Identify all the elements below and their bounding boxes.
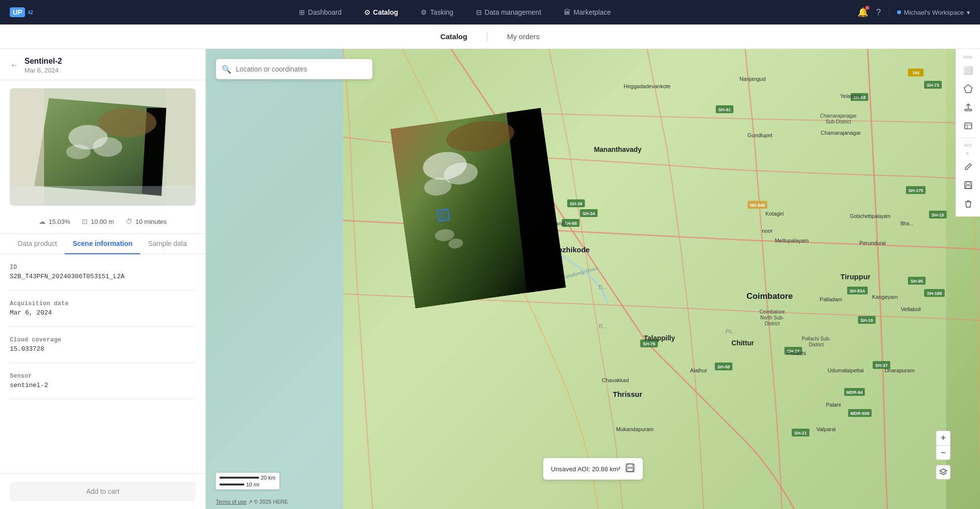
map-svg: Kaladundy River SH-81 NH-948 SH-38 SH-34… [206, 49, 980, 509]
svg-text:Dharapuram: Dharapuram [884, 367, 914, 373]
svg-text:Gundlupet: Gundlupet [748, 132, 773, 138]
svg-text:Talappilly: Talappilly [644, 334, 675, 342]
save-aoi-button[interactable] [959, 176, 977, 194]
view-button[interactable] [959, 117, 977, 135]
satellite-date: Mar 6, 2024 [25, 67, 62, 74]
resolution-stat: ⊡ 10.00 m [82, 218, 114, 225]
rectangle-draw-button[interactable]: ⬜ [959, 61, 977, 79]
svg-text:765: 765 [912, 71, 919, 75]
e-label: E [967, 151, 970, 156]
svg-rect-111 [965, 123, 972, 129]
scale-bar: 20 km 10 mi [216, 473, 279, 489]
delete-icon [964, 199, 973, 208]
notification-dot [865, 6, 869, 10]
scale-bar-mi [220, 484, 244, 485]
tab-sample-data-label: Sample data [148, 240, 187, 247]
zoom-controls: + − [936, 431, 951, 460]
nav-tasking[interactable]: ⚙ Tasking [417, 6, 457, 18]
svg-text:Udumalaipettai: Udumalaipettai [828, 367, 863, 373]
svg-text:Perundurai: Perundurai [859, 240, 886, 246]
tab-data-product[interactable]: Data product [10, 234, 65, 254]
terms-link[interactable]: Terms of use [216, 499, 247, 505]
svg-text:SH-76: SH-76 [643, 341, 655, 346]
map-search-container: 🔍 [216, 59, 373, 79]
tab-data-product-label: Data product [18, 240, 57, 247]
subnav-catalog[interactable]: Catalog [440, 30, 467, 43]
workspace-dot [897, 10, 901, 14]
tab-scene-information[interactable]: Scene information [65, 234, 140, 254]
svg-text:Kangeyam: Kangeyam [872, 294, 898, 300]
nav-data-management[interactable]: ⊟ Data management [472, 6, 545, 18]
view-icon [964, 121, 973, 130]
svg-point-5 [66, 145, 91, 159]
back-arrow-icon: ← [10, 60, 19, 70]
notification-bell[interactable]: 🔔 [857, 7, 868, 18]
sub-navigation: Catalog My orders [0, 24, 980, 49]
nav-dashboard[interactable]: ⊞ Dashboard [295, 6, 346, 18]
svg-text:Po...: Po... [726, 329, 736, 334]
svg-text:Sub-District: Sub-District [826, 119, 851, 124]
sensor-value: sentinel-2 [10, 382, 196, 389]
svg-text:Palani: Palani [826, 402, 841, 408]
scene-id-value: S2B_T43PFN_20240306T053151_L2A [10, 273, 196, 280]
svg-rect-116 [966, 186, 971, 188]
svg-text:SH-38: SH-38 [570, 201, 582, 206]
scale-bar-km [220, 477, 259, 479]
svg-text:Coimbatore: Coimbatore [747, 291, 793, 301]
svg-text:Heggadadevankote: Heggadadevankote [624, 83, 670, 89]
delete-button[interactable] [959, 195, 977, 213]
zoom-in-button[interactable]: + [936, 431, 951, 445]
sub-nav-items: Catalog My orders [440, 30, 540, 43]
nav-tasking-label: Tasking [430, 8, 453, 16]
svg-text:Kotagiri: Kotagiri [765, 211, 783, 217]
svg-rect-110 [965, 109, 972, 111]
svg-text:SH-21: SH-21 [794, 431, 807, 436]
panel-header: ← Sentinel-2 Mar 6, 2024 [0, 49, 205, 80]
tab-scene-information-label: Scene information [73, 240, 132, 247]
add-to-cart-button[interactable]: Add to cart [10, 482, 196, 501]
terms-external-icon: ↗ [248, 499, 254, 505]
map-toolbar: ADD ⬜ [955, 49, 980, 217]
help-button[interactable]: ? [876, 7, 881, 18]
zoom-out-button[interactable]: − [936, 445, 951, 460]
layers-icon [939, 468, 948, 477]
delivery-time-value: 10 minutes [135, 218, 167, 225]
svg-text:SH-58: SH-58 [717, 364, 730, 369]
nav-marketplace[interactable]: 🏛 Marketplace [560, 6, 615, 18]
save-icon [964, 181, 973, 190]
edit-aoi-button[interactable] [959, 158, 977, 175]
nav-catalog[interactable]: ⊙ Catalog [360, 6, 402, 18]
map-area[interactable]: Kaladundy River SH-81 NH-948 SH-38 SH-34… [206, 49, 980, 509]
subnav-divider [487, 32, 487, 42]
svg-text:MDR-94: MDR-94 [846, 390, 863, 395]
cloud-coverage-value: 15.03% [49, 218, 70, 225]
svg-text:NH-948: NH-948 [750, 203, 765, 208]
upload-button[interactable] [959, 98, 977, 116]
app-logo[interactable]: UP 42 [10, 7, 33, 17]
polygon-icon [964, 84, 973, 93]
satellite-thumbnail [10, 88, 196, 206]
svg-text:SH-19: SH-19 [860, 318, 873, 323]
back-button[interactable]: ← [10, 60, 19, 71]
layer-toggle-button[interactable] [936, 465, 951, 480]
svg-text:SH-189: SH-189 [927, 291, 942, 296]
nav-right: 🔔 ? Michael's Workspace ▾ [857, 6, 970, 18]
aoi-save-button[interactable] [625, 463, 635, 475]
cloud-coverage-label: Cloud coverage [10, 337, 196, 343]
tab-sample-data[interactable]: Sample data [140, 234, 195, 254]
divider-3 [10, 363, 196, 363]
polygon-draw-button[interactable] [959, 80, 977, 97]
upload-icon [964, 103, 973, 112]
subnav-my-orders[interactable]: My orders [507, 30, 540, 43]
svg-text:Yelandur: Yelandur [840, 93, 861, 99]
location-search-input[interactable] [216, 59, 373, 79]
workspace-selector[interactable]: Michael's Workspace ▾ [897, 9, 970, 16]
satellite-name: Sentinel-2 [25, 57, 62, 66]
nav-data-management-label: Data management [485, 8, 541, 16]
sensor-label: Sensor [10, 373, 196, 380]
add-label: ADD [963, 55, 972, 59]
svg-text:Chavakkad: Chavakkad [602, 377, 628, 383]
time-icon: ⏱ [126, 218, 132, 225]
aoi-text: Unsaved AOI: 20.88 km² [551, 465, 621, 473]
nav-divider [889, 6, 889, 18]
